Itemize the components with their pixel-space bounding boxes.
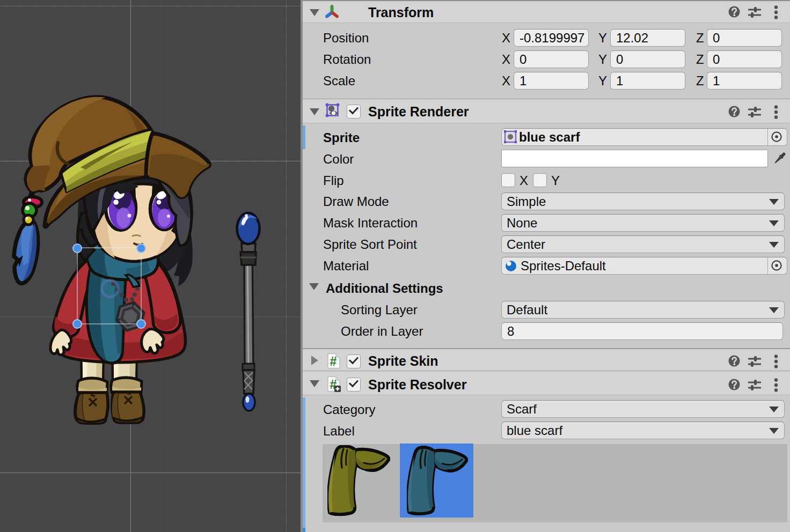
svg-text:#: # xyxy=(330,354,337,368)
